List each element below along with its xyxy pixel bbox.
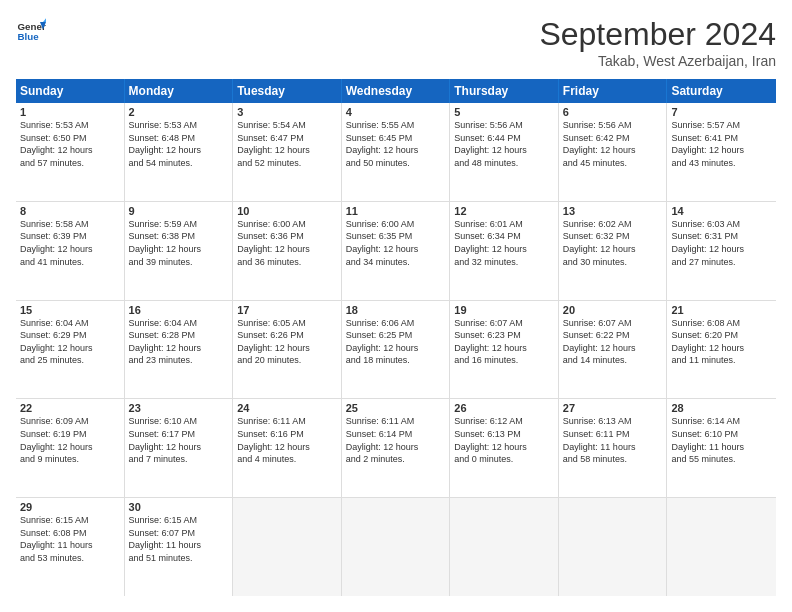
calendar-cell: 14Sunrise: 6:03 AM Sunset: 6:31 PM Dayli…	[667, 202, 776, 300]
calendar-cell: 24Sunrise: 6:11 AM Sunset: 6:16 PM Dayli…	[233, 399, 342, 497]
calendar-cell: 21Sunrise: 6:08 AM Sunset: 6:20 PM Dayli…	[667, 301, 776, 399]
day-number: 18	[346, 304, 446, 316]
calendar-cell: 8Sunrise: 5:58 AM Sunset: 6:39 PM Daylig…	[16, 202, 125, 300]
calendar-body: 1Sunrise: 5:53 AM Sunset: 6:50 PM Daylig…	[16, 103, 776, 596]
calendar-cell: 17Sunrise: 6:05 AM Sunset: 6:26 PM Dayli…	[233, 301, 342, 399]
day-info: Sunrise: 5:59 AM Sunset: 6:38 PM Dayligh…	[129, 218, 229, 268]
day-info: Sunrise: 5:54 AM Sunset: 6:47 PM Dayligh…	[237, 119, 337, 169]
day-number: 12	[454, 205, 554, 217]
calendar-cell: 20Sunrise: 6:07 AM Sunset: 6:22 PM Dayli…	[559, 301, 668, 399]
header-day-wednesday: Wednesday	[342, 79, 451, 103]
day-number: 21	[671, 304, 772, 316]
calendar-cell: 18Sunrise: 6:06 AM Sunset: 6:25 PM Dayli…	[342, 301, 451, 399]
day-info: Sunrise: 6:00 AM Sunset: 6:36 PM Dayligh…	[237, 218, 337, 268]
day-info: Sunrise: 5:56 AM Sunset: 6:42 PM Dayligh…	[563, 119, 663, 169]
day-number: 26	[454, 402, 554, 414]
logo: General Blue	[16, 16, 46, 46]
day-number: 16	[129, 304, 229, 316]
calendar-cell	[559, 498, 668, 596]
day-info: Sunrise: 6:05 AM Sunset: 6:26 PM Dayligh…	[237, 317, 337, 367]
calendar: SundayMondayTuesdayWednesdayThursdayFrid…	[16, 79, 776, 596]
calendar-cell: 3Sunrise: 5:54 AM Sunset: 6:47 PM Daylig…	[233, 103, 342, 201]
calendar-cell: 25Sunrise: 6:11 AM Sunset: 6:14 PM Dayli…	[342, 399, 451, 497]
calendar-cell: 22Sunrise: 6:09 AM Sunset: 6:19 PM Dayli…	[16, 399, 125, 497]
page: General Blue September 2024 Takab, West …	[0, 0, 792, 612]
day-number: 28	[671, 402, 772, 414]
logo-icon: General Blue	[16, 16, 46, 46]
day-number: 27	[563, 402, 663, 414]
day-number: 11	[346, 205, 446, 217]
location-subtitle: Takab, West Azerbaijan, Iran	[539, 53, 776, 69]
day-info: Sunrise: 6:15 AM Sunset: 6:07 PM Dayligh…	[129, 514, 229, 564]
header-day-friday: Friday	[559, 79, 668, 103]
day-info: Sunrise: 6:02 AM Sunset: 6:32 PM Dayligh…	[563, 218, 663, 268]
calendar-cell: 6Sunrise: 5:56 AM Sunset: 6:42 PM Daylig…	[559, 103, 668, 201]
day-info: Sunrise: 6:11 AM Sunset: 6:14 PM Dayligh…	[346, 415, 446, 465]
day-number: 1	[20, 106, 120, 118]
title-block: September 2024 Takab, West Azerbaijan, I…	[539, 16, 776, 69]
month-title: September 2024	[539, 16, 776, 53]
day-info: Sunrise: 5:57 AM Sunset: 6:41 PM Dayligh…	[671, 119, 772, 169]
day-number: 7	[671, 106, 772, 118]
calendar-cell: 2Sunrise: 5:53 AM Sunset: 6:48 PM Daylig…	[125, 103, 234, 201]
calendar-cell: 23Sunrise: 6:10 AM Sunset: 6:17 PM Dayli…	[125, 399, 234, 497]
calendar-cell: 30Sunrise: 6:15 AM Sunset: 6:07 PM Dayli…	[125, 498, 234, 596]
day-info: Sunrise: 5:56 AM Sunset: 6:44 PM Dayligh…	[454, 119, 554, 169]
day-info: Sunrise: 6:04 AM Sunset: 6:29 PM Dayligh…	[20, 317, 120, 367]
day-info: Sunrise: 6:00 AM Sunset: 6:35 PM Dayligh…	[346, 218, 446, 268]
calendar-cell	[450, 498, 559, 596]
calendar-cell: 27Sunrise: 6:13 AM Sunset: 6:11 PM Dayli…	[559, 399, 668, 497]
day-info: Sunrise: 5:55 AM Sunset: 6:45 PM Dayligh…	[346, 119, 446, 169]
day-number: 15	[20, 304, 120, 316]
day-number: 29	[20, 501, 120, 513]
day-info: Sunrise: 6:14 AM Sunset: 6:10 PM Dayligh…	[671, 415, 772, 465]
calendar-cell: 4Sunrise: 5:55 AM Sunset: 6:45 PM Daylig…	[342, 103, 451, 201]
day-number: 25	[346, 402, 446, 414]
day-number: 3	[237, 106, 337, 118]
day-number: 24	[237, 402, 337, 414]
calendar-row-1: 8Sunrise: 5:58 AM Sunset: 6:39 PM Daylig…	[16, 202, 776, 301]
header-day-thursday: Thursday	[450, 79, 559, 103]
day-number: 8	[20, 205, 120, 217]
day-number: 23	[129, 402, 229, 414]
day-info: Sunrise: 6:12 AM Sunset: 6:13 PM Dayligh…	[454, 415, 554, 465]
calendar-cell: 12Sunrise: 6:01 AM Sunset: 6:34 PM Dayli…	[450, 202, 559, 300]
calendar-row-4: 29Sunrise: 6:15 AM Sunset: 6:08 PM Dayli…	[16, 498, 776, 596]
day-number: 19	[454, 304, 554, 316]
calendar-cell: 1Sunrise: 5:53 AM Sunset: 6:50 PM Daylig…	[16, 103, 125, 201]
day-number: 9	[129, 205, 229, 217]
day-info: Sunrise: 6:15 AM Sunset: 6:08 PM Dayligh…	[20, 514, 120, 564]
day-info: Sunrise: 6:13 AM Sunset: 6:11 PM Dayligh…	[563, 415, 663, 465]
calendar-cell: 29Sunrise: 6:15 AM Sunset: 6:08 PM Dayli…	[16, 498, 125, 596]
header: General Blue September 2024 Takab, West …	[16, 16, 776, 69]
calendar-cell: 9Sunrise: 5:59 AM Sunset: 6:38 PM Daylig…	[125, 202, 234, 300]
calendar-cell: 10Sunrise: 6:00 AM Sunset: 6:36 PM Dayli…	[233, 202, 342, 300]
day-info: Sunrise: 6:08 AM Sunset: 6:20 PM Dayligh…	[671, 317, 772, 367]
header-day-tuesday: Tuesday	[233, 79, 342, 103]
day-number: 20	[563, 304, 663, 316]
calendar-cell: 28Sunrise: 6:14 AM Sunset: 6:10 PM Dayli…	[667, 399, 776, 497]
calendar-cell	[667, 498, 776, 596]
header-day-sunday: Sunday	[16, 79, 125, 103]
day-info: Sunrise: 6:10 AM Sunset: 6:17 PM Dayligh…	[129, 415, 229, 465]
day-info: Sunrise: 5:58 AM Sunset: 6:39 PM Dayligh…	[20, 218, 120, 268]
day-info: Sunrise: 6:06 AM Sunset: 6:25 PM Dayligh…	[346, 317, 446, 367]
svg-text:Blue: Blue	[18, 31, 40, 42]
day-number: 2	[129, 106, 229, 118]
calendar-cell: 7Sunrise: 5:57 AM Sunset: 6:41 PM Daylig…	[667, 103, 776, 201]
day-info: Sunrise: 5:53 AM Sunset: 6:48 PM Dayligh…	[129, 119, 229, 169]
calendar-cell: 19Sunrise: 6:07 AM Sunset: 6:23 PM Dayli…	[450, 301, 559, 399]
calendar-cell: 13Sunrise: 6:02 AM Sunset: 6:32 PM Dayli…	[559, 202, 668, 300]
calendar-row-3: 22Sunrise: 6:09 AM Sunset: 6:19 PM Dayli…	[16, 399, 776, 498]
calendar-row-2: 15Sunrise: 6:04 AM Sunset: 6:29 PM Dayli…	[16, 301, 776, 400]
day-info: Sunrise: 6:03 AM Sunset: 6:31 PM Dayligh…	[671, 218, 772, 268]
day-info: Sunrise: 6:07 AM Sunset: 6:22 PM Dayligh…	[563, 317, 663, 367]
header-day-monday: Monday	[125, 79, 234, 103]
calendar-cell: 11Sunrise: 6:00 AM Sunset: 6:35 PM Dayli…	[342, 202, 451, 300]
day-number: 30	[129, 501, 229, 513]
header-day-saturday: Saturday	[667, 79, 776, 103]
day-info: Sunrise: 6:09 AM Sunset: 6:19 PM Dayligh…	[20, 415, 120, 465]
day-number: 4	[346, 106, 446, 118]
day-info: Sunrise: 6:07 AM Sunset: 6:23 PM Dayligh…	[454, 317, 554, 367]
day-info: Sunrise: 5:53 AM Sunset: 6:50 PM Dayligh…	[20, 119, 120, 169]
